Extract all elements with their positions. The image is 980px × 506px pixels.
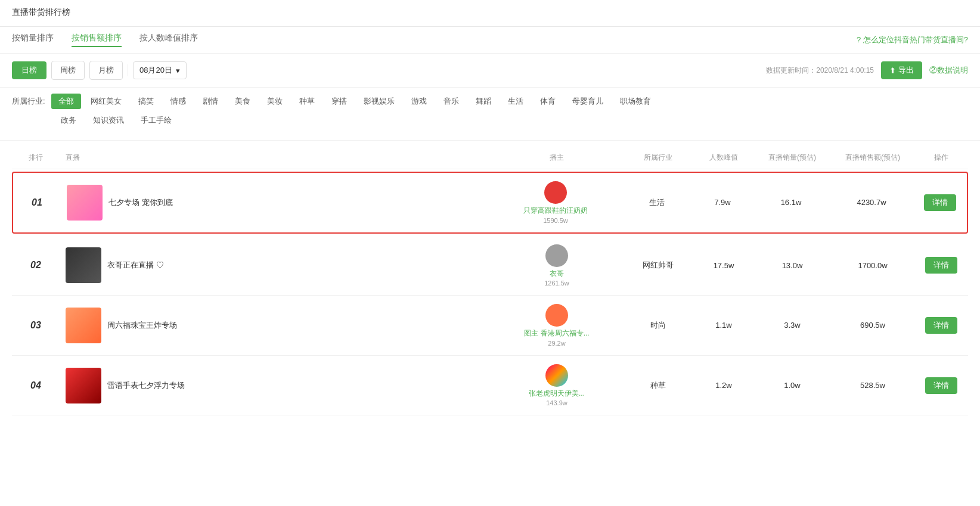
th-peak: 人数峰值 <box>694 153 753 163</box>
table-row: 02 衣哥正在直播 ♡ 衣哥 1261.5w 网红帅哥 17.5w 13.0w … <box>12 236 968 296</box>
table-row: 03 周六福珠宝王炸专场 图主 香港周六福专... 29.2w 时尚 1.1w … <box>12 296 968 356</box>
page-wrapper: 直播带货排行榜 按销量排序 按销售额排序 按人数峰值排序 ? 怎么定位抖音热门带… <box>0 0 980 506</box>
weekly-btn[interactable]: 周榜 <box>51 61 85 80</box>
thumb-img-04 <box>66 368 101 403</box>
host-fans: 29.2w <box>548 340 565 347</box>
industry-tag-wudao[interactable]: 舞蹈 <box>469 94 498 109</box>
sales-vol-cell-04: 1.0w <box>753 381 831 390</box>
detail-btn-04[interactable]: 详情 <box>925 377 957 394</box>
page-title: 直播带货排行榜 <box>12 0 70 26</box>
industry-tag-zhishi[interactable]: 知识资讯 <box>86 113 131 128</box>
data-explain-link[interactable]: ②数据说明 <box>929 65 968 76</box>
detail-btn-01[interactable]: 详情 <box>924 194 956 211</box>
th-rank: 排行 <box>12 153 60 163</box>
live-thumbnail <box>66 247 101 283</box>
toolbar-right: 数据更新时间：2020/8/21 4:00:15 ⬆ 导出 ②数据说明 <box>766 61 968 79</box>
industry-tag-meizhuang[interactable]: 美妆 <box>260 94 290 109</box>
live-title: 雷语手表七夕浮力专场 <box>107 380 185 391</box>
action-cell-03: 详情 <box>914 317 968 334</box>
table-row: 01 七夕专场 宠你到底 只穿高跟鞋的汪奶奶 1590.5w 生活 7.9w 1… <box>12 172 968 234</box>
action-cell-01: 详情 <box>913 194 967 211</box>
industry-tag-yinyue[interactable]: 音乐 <box>436 94 466 109</box>
industry-tag-juqing[interactable]: 剧情 <box>196 94 225 109</box>
monthly-btn[interactable]: 月榜 <box>89 61 123 80</box>
table-header: 排行 直播 播主 所属行业 人数峰值 直播销量(预估) 直播销售额(预估) 操作 <box>12 147 968 169</box>
host-avatar <box>545 364 568 387</box>
th-sales-amt: 直播销售额(预估) <box>831 153 914 163</box>
sales-amt-cell-01: 4230.7w <box>830 198 913 207</box>
industry-tag-zhichang[interactable]: 职场教育 <box>613 94 658 109</box>
export-label: 导出 <box>898 65 914 76</box>
host-name[interactable]: 只穿高跟鞋的汪奶奶 <box>523 206 588 216</box>
host-fans: 1261.5w <box>544 280 569 287</box>
help-link[interactable]: ? 怎么定位抖音热门带货直播间? <box>857 35 968 45</box>
industry-row-1: 所属行业: 全部 网红美女 搞笑 情感 剧情 美食 美妆 种草 穿搭 影视娱乐 … <box>12 94 968 109</box>
sales-vol-cell-02: 13.0w <box>753 261 831 270</box>
industry-tag-qinggan[interactable]: 情感 <box>163 94 193 109</box>
industry-label: 所属行业: <box>12 96 45 107</box>
export-btn[interactable]: ⬆ 导出 <box>881 61 922 79</box>
host-cell-01: 只穿高跟鞋的汪奶奶 1590.5w <box>490 181 621 224</box>
host-fans: 143.9w <box>546 399 567 406</box>
live-thumbnail <box>66 308 101 343</box>
date-selector[interactable]: 08月20日 ▾ <box>133 61 187 79</box>
th-sales-vol: 直播销量(预估) <box>753 153 831 163</box>
host-name[interactable]: 衣哥 <box>550 269 564 279</box>
live-title: 七夕专场 宠你到底 <box>108 197 173 208</box>
th-industry: 所属行业 <box>622 153 694 163</box>
industry-tag-meishi[interactable]: 美食 <box>228 94 258 109</box>
sub-nav-sales-amount[interactable]: 按销售额排序 <box>72 33 122 47</box>
industry-tag-chuan[interactable]: 穿搭 <box>324 94 354 109</box>
live-title: 衣哥正在直播 ♡ <box>107 260 164 271</box>
sub-nav-peak-viewers[interactable]: 按人数峰值排序 <box>139 33 198 47</box>
industry-tag-muyou[interactable]: 母婴育儿 <box>565 94 610 109</box>
rank-cell: 02 <box>12 260 60 271</box>
host-info: 衣哥 1261.5w <box>491 244 622 287</box>
host-name[interactable]: 张老虎明天伊美... <box>529 389 585 399</box>
industry-cell-03: 时尚 <box>622 320 694 331</box>
industry-filter: 所属行业: 全部 网红美女 搞笑 情感 剧情 美食 美妆 种草 穿搭 影视娱乐 … <box>0 88 980 141</box>
th-action: 操作 <box>914 153 968 163</box>
industry-tag-tiyu[interactable]: 体育 <box>533 94 563 109</box>
host-info: 张老虎明天伊美... 143.9w <box>491 364 622 407</box>
sub-nav-sales-volume[interactable]: 按销量排序 <box>12 33 54 47</box>
th-host: 播主 <box>491 153 622 163</box>
peak-cell-01: 7.9w <box>693 198 752 207</box>
table-row: 04 雷语手表七夕浮力专场 张老虎明天伊美... 143.9w 种草 1.2w … <box>12 356 968 416</box>
host-name[interactable]: 图主 香港周六福专... <box>524 329 589 339</box>
rank-cell: 01 <box>13 197 61 208</box>
industry-tag-all[interactable]: 全部 <box>51 94 81 109</box>
rank-cell: 03 <box>12 320 60 331</box>
industry-tag-zhengwu[interactable]: 政务 <box>54 113 83 128</box>
live-cell: 七夕专场 宠你到底 <box>61 185 490 221</box>
industry-tag-youxi[interactable]: 游戏 <box>404 94 434 109</box>
industry-cell-04: 种草 <box>622 380 694 391</box>
industry-cell-02: 网红帅哥 <box>622 260 694 271</box>
sales-amt-cell-04: 528.5w <box>831 381 914 390</box>
industry-tag-shougong[interactable]: 手工手绘 <box>134 113 179 128</box>
industry-tag-shenghuo[interactable]: 生活 <box>501 94 531 109</box>
industry-tag-yingshi[interactable]: 影视娱乐 <box>356 94 402 109</box>
industry-tag-wanghongmeinv[interactable]: 网红美女 <box>83 94 129 109</box>
chevron-down-icon: ▾ <box>176 66 180 75</box>
peak-cell-02: 17.5w <box>694 261 753 270</box>
sub-nav: 按销量排序 按销售额排序 按人数峰值排序 ? 怎么定位抖音热门带货直播间? <box>0 27 980 54</box>
thumb-img-01 <box>67 185 103 221</box>
table-wrapper: 排行 直播 播主 所属行业 人数峰值 直播销量(预估) 直播销售额(预估) 操作… <box>0 147 980 415</box>
live-cell: 衣哥正在直播 ♡ <box>60 247 491 283</box>
host-cell-03: 图主 香港周六福专... 29.2w <box>491 304 622 347</box>
live-thumbnail <box>66 368 101 403</box>
divider <box>128 64 128 76</box>
industry-tag-gaoxiao[interactable]: 搞笑 <box>131 94 161 109</box>
detail-btn-03[interactable]: 详情 <box>925 317 957 334</box>
host-avatar <box>544 181 567 204</box>
industry-tag-zhongcao[interactable]: 种草 <box>292 94 322 109</box>
date-value: 08月20日 <box>139 65 172 76</box>
daily-btn[interactable]: 日榜 <box>12 61 46 79</box>
toolbar: 日榜 周榜 月榜 08月20日 ▾ 数据更新时间：2020/8/21 4:00:… <box>0 54 980 88</box>
sales-vol-cell-03: 3.3w <box>753 321 831 330</box>
toolbar-left: 日榜 周榜 月榜 08月20日 ▾ <box>12 61 187 80</box>
sub-nav-left: 按销量排序 按销售额排序 按人数峰值排序 <box>12 33 198 47</box>
detail-btn-02[interactable]: 详情 <box>925 257 957 274</box>
industry-row-2: 政务 知识资讯 手工手绘 <box>12 113 968 128</box>
